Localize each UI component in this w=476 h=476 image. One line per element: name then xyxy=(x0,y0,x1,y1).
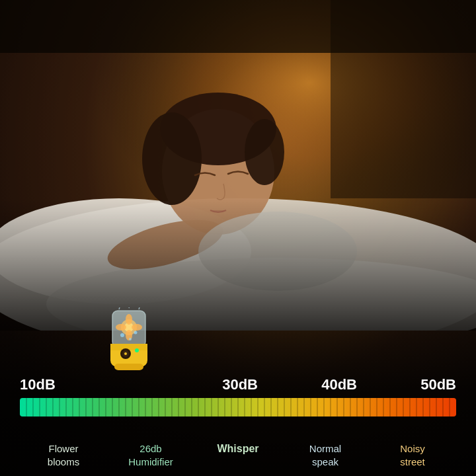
svg-point-93 xyxy=(135,348,139,352)
description-labels-row: Flower blooms 26db Humidifier Whisper No… xyxy=(20,442,456,468)
svg-rect-13 xyxy=(0,0,476,331)
svg-point-83 xyxy=(126,314,132,325)
svg-point-86 xyxy=(132,324,142,331)
db-label-40: 40dB xyxy=(321,376,357,393)
svg-rect-89 xyxy=(114,364,143,370)
desc-flower-blooms: Flower blooms xyxy=(20,442,107,468)
svg-rect-88 xyxy=(110,344,147,350)
humidifier-product xyxy=(102,307,155,374)
sleeping-woman-scene xyxy=(0,0,476,331)
desc-noisy-street: Noisy street xyxy=(369,442,456,468)
db-labels-row: 10dB 30dB 40dB 50dB xyxy=(20,376,456,393)
svg-point-95 xyxy=(134,331,138,335)
db-label-10: 10dB xyxy=(20,376,56,393)
humidifier-svg xyxy=(102,307,155,374)
desc-whisper: Whisper xyxy=(194,442,282,468)
desc-normal-speak: Normal speak xyxy=(282,442,369,468)
main-container: 10dB 30dB 40dB 50dB xyxy=(0,0,476,476)
svg-point-85 xyxy=(116,324,126,331)
svg-point-96 xyxy=(129,338,132,340)
sound-bar-container xyxy=(20,398,456,416)
desc-humidifier: 26db Humidifier xyxy=(107,442,194,468)
db-label-50: 50dB xyxy=(420,376,456,393)
db-label-30: 30dB xyxy=(222,376,258,393)
sound-bar-svg xyxy=(20,398,456,416)
svg-point-92 xyxy=(124,352,127,355)
svg-point-94 xyxy=(120,333,124,337)
